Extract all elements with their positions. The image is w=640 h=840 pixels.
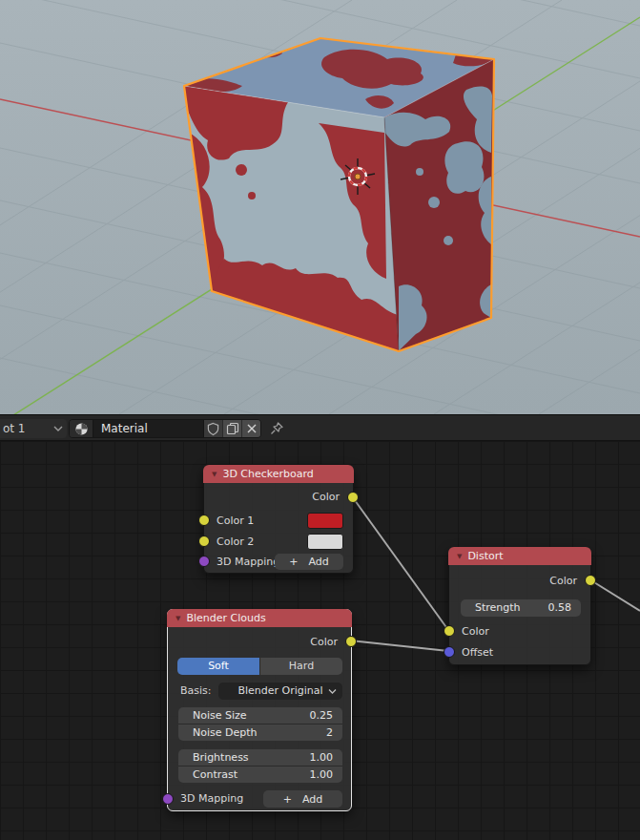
collapse-icon[interactable]: ▼ <box>457 548 462 566</box>
node-title: Blender Clouds <box>186 612 265 624</box>
socket-input-color2[interactable] <box>198 536 210 547</box>
material-browse-button[interactable] <box>70 420 93 437</box>
node-header-clouds[interactable]: ▼Blender Clouds <box>167 609 352 627</box>
input-label-color: Color <box>449 623 590 640</box>
blender-window: ot 1 Material <box>0 0 640 840</box>
node-header-checkerboard[interactable]: ▼3D Checkerboard <box>203 465 354 483</box>
material-slot-dropdown[interactable]: ot 1 <box>0 419 67 438</box>
close-icon <box>246 423 258 434</box>
fake-user-button[interactable] <box>204 420 222 437</box>
node-header-distort[interactable]: ▼Distort <box>448 547 591 565</box>
output-row-color: Color <box>449 573 590 589</box>
output-row-color: Color <box>204 489 353 505</box>
chevron-down-icon <box>53 425 63 432</box>
basis-label: Basis: <box>180 682 212 700</box>
unlink-material-button[interactable] <box>241 420 260 437</box>
add-mapping-button[interactable]: + Add <box>275 554 343 570</box>
socket-output-color[interactable] <box>345 636 357 647</box>
socket-input-3d-mapping[interactable] <box>162 793 174 805</box>
hard-button[interactable]: Hard <box>259 658 342 675</box>
output-row-color: Color <box>168 634 351 650</box>
material-name-field[interactable]: Material <box>93 420 204 437</box>
socket-output-color[interactable] <box>347 492 359 503</box>
input-label-offset: Offset <box>449 644 590 661</box>
copy-icon <box>226 422 239 435</box>
pin-icon <box>269 421 284 436</box>
3d-viewport[interactable] <box>0 0 640 414</box>
link-distort-output <box>589 579 640 611</box>
socket-input-offset[interactable] <box>444 646 455 658</box>
node-distort[interactable]: ▼Distort Color Strength 0.58 Color Offse… <box>448 547 591 665</box>
basis-dropdown[interactable]: Blender Original <box>218 682 342 700</box>
strength-slider[interactable]: Strength 0.58 <box>461 599 581 617</box>
strength-value: 0.58 <box>548 599 572 617</box>
color1-swatch[interactable] <box>307 513 343 529</box>
collapse-icon[interactable]: ▼ <box>212 466 217 484</box>
viewport-scene <box>0 0 640 414</box>
plus-icon: + <box>289 556 298 568</box>
chevron-down-icon <box>328 688 337 695</box>
socket-output-color[interactable] <box>585 575 596 586</box>
add-mapping-button[interactable]: + Add <box>263 790 342 808</box>
node-3d-checkerboard[interactable]: ▼3D Checkerboard Color Color 1 Color 2 3… <box>203 465 354 574</box>
field-noise-depth[interactable]: Noise Depth 2 <box>178 724 342 741</box>
color2-swatch[interactable] <box>307 534 343 550</box>
node-blender-clouds[interactable]: ▼Blender Clouds Color Soft Hard Basis: B… <box>167 609 352 811</box>
socket-input-color1[interactable] <box>198 514 210 526</box>
plus-icon: + <box>283 793 292 806</box>
collapse-icon[interactable]: ▼ <box>175 610 180 628</box>
link-checkerboard-to-distort-color <box>352 496 448 630</box>
field-noise-size[interactable]: Noise Size 0.25 <box>178 707 342 724</box>
node-editor-canvas[interactable]: ▼3D Checkerboard Color Color 1 Color 2 3… <box>0 441 640 840</box>
material-sphere-icon <box>74 422 89 436</box>
socket-input-3d-mapping[interactable] <box>198 556 210 567</box>
slot-label: ot 1 <box>3 422 26 435</box>
material-id-block: Material <box>69 419 261 438</box>
soft-button[interactable]: Soft <box>177 658 259 675</box>
link-clouds-to-distort-offset <box>350 640 448 651</box>
node-title: 3D Checkerboard <box>222 468 313 480</box>
socket-input-color[interactable] <box>444 625 455 637</box>
shield-icon <box>207 422 219 436</box>
field-contrast[interactable]: Contrast 1.00 <box>178 766 342 783</box>
duplicate-material-button[interactable] <box>222 420 241 437</box>
field-brightness[interactable]: Brightness 1.00 <box>178 749 342 766</box>
pin-button[interactable] <box>267 419 286 438</box>
node-editor-header: ot 1 Material <box>0 414 640 441</box>
node-title: Distort <box>467 550 503 562</box>
